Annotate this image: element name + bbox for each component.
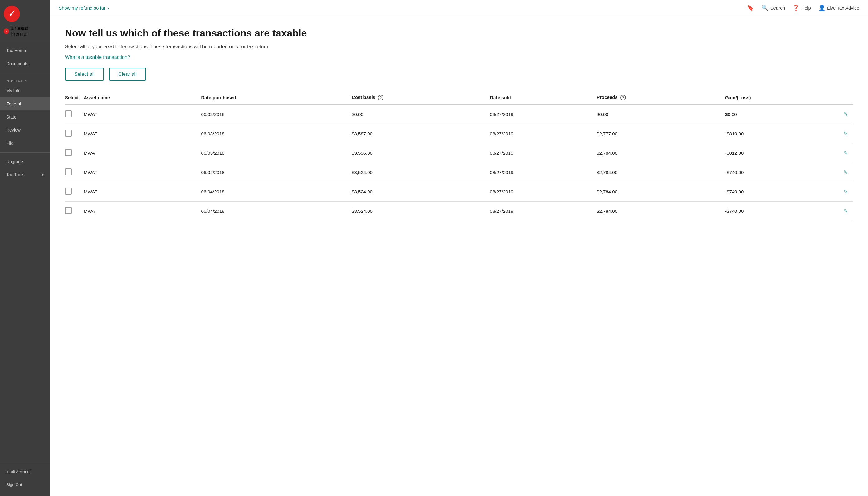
col-asset-name: Asset name [83, 91, 201, 105]
table-row: MWAT 06/04/2018 $3,524.00 08/27/2019 $2,… [65, 182, 853, 202]
bookmark-button[interactable]: 🔖 [747, 4, 754, 11]
brand-sub: Premier [10, 31, 28, 36]
row-date-purchased: 06/04/2018 [201, 202, 352, 221]
search-button[interactable]: 🔍 Search [761, 4, 785, 11]
row-date-sold: 08/27/2019 [490, 143, 596, 163]
col-select: Select [65, 91, 83, 105]
row-cost-basis: $3,524.00 [352, 163, 490, 182]
row-cost-basis: $3,587.00 [352, 124, 490, 143]
row-checkbox[interactable] [65, 130, 72, 137]
row-date-purchased: 06/03/2018 [201, 105, 352, 124]
row-proceeds: $2,784.00 [596, 143, 725, 163]
sidebar-item-review[interactable]: Review [0, 124, 50, 137]
table-row: MWAT 06/04/2018 $3,524.00 08/27/2019 $2,… [65, 202, 853, 221]
row-proceeds: $2,784.00 [596, 182, 725, 202]
row-gain-loss: -$740.00 [725, 182, 840, 202]
row-proceeds: $0.00 [596, 105, 725, 124]
sidebar-bottom: Intuit Account Sign Out [0, 460, 50, 496]
row-checkbox-cell [65, 202, 83, 221]
row-asset-name: MWAT [83, 124, 201, 143]
sidebar-section-label: 2019 TAXES [0, 76, 50, 84]
topbar-left: Show my refund so far › [59, 5, 109, 11]
row-checkbox-cell [65, 143, 83, 163]
live-tax-advice-button[interactable]: 👤 Live Tax Advice [818, 4, 859, 11]
table-row: MWAT 06/03/2018 $0.00 08/27/2019 $0.00 $… [65, 105, 853, 124]
col-gain-loss: Gain/(Loss) [725, 91, 840, 105]
row-checkbox[interactable] [65, 207, 72, 214]
refund-link[interactable]: Show my refund so far › [59, 5, 109, 11]
sidebar-item-my-info[interactable]: My Info [0, 84, 50, 97]
sidebar-item-intuit-account[interactable]: Intuit Account [0, 465, 50, 478]
row-date-sold: 08/27/2019 [490, 182, 596, 202]
row-checkbox[interactable] [65, 110, 72, 117]
row-checkbox-cell [65, 182, 83, 202]
row-proceeds: $2,784.00 [596, 202, 725, 221]
row-gain-loss: $0.00 [725, 105, 840, 124]
sidebar-nav: Tax Home Documents 2019 TAXES My Info Fe… [0, 42, 50, 460]
row-checkbox[interactable] [65, 168, 72, 175]
row-checkbox[interactable] [65, 188, 72, 195]
transactions-table: Select Asset name Date purchased Cost ba… [65, 91, 853, 221]
row-gain-loss: -$812.00 [725, 143, 840, 163]
check-icon: ✓ [4, 5, 20, 22]
search-icon: 🔍 [761, 4, 768, 11]
row-gain-loss: -$740.00 [725, 202, 840, 221]
edit-icon[interactable]: ✎ [843, 169, 848, 176]
row-cost-basis: $3,524.00 [352, 202, 490, 221]
row-checkbox[interactable] [65, 149, 72, 156]
row-gain-loss: -$810.00 [725, 124, 840, 143]
arrow-icon: › [107, 5, 109, 11]
sidebar-item-federal[interactable]: Federal [0, 97, 50, 110]
sidebar-item-file[interactable]: File [0, 137, 50, 150]
col-cost-basis: Cost basis ? [352, 91, 490, 105]
page-subtitle: Select all of your taxable transactions.… [65, 44, 853, 50]
row-date-sold: 08/27/2019 [490, 105, 596, 124]
chevron-down-icon: ▾ [42, 172, 44, 177]
clear-all-button[interactable]: Clear all [109, 68, 146, 81]
sidebar-item-state[interactable]: State [0, 110, 50, 124]
turbotax-logo: ✓ turbotax Premier [4, 26, 46, 37]
row-date-sold: 08/27/2019 [490, 202, 596, 221]
row-asset-name: MWAT [83, 202, 201, 221]
proceeds-info-icon[interactable]: ? [620, 95, 626, 100]
edit-icon[interactable]: ✎ [843, 150, 848, 156]
topbar-right: 🔖 🔍 Search ❓ Help 👤 Live Tax Advice [747, 4, 859, 11]
edit-icon[interactable]: ✎ [843, 131, 848, 137]
bookmark-icon: 🔖 [747, 4, 754, 11]
sidebar-divider [0, 73, 50, 73]
sidebar-item-tax-home[interactable]: Tax Home [0, 44, 50, 57]
row-date-purchased: 06/03/2018 [201, 124, 352, 143]
sidebar-item-upgrade[interactable]: Upgrade [0, 155, 50, 168]
sidebar-item-documents[interactable]: Documents [0, 57, 50, 70]
cost-basis-info-icon[interactable]: ? [378, 95, 384, 100]
row-asset-name: MWAT [83, 143, 201, 163]
main-content: Show my refund so far › 🔖 🔍 Search ❓ Hel… [50, 0, 868, 496]
row-date-sold: 08/27/2019 [490, 124, 596, 143]
btn-row: Select all Clear all [65, 68, 853, 81]
edit-icon[interactable]: ✎ [843, 189, 848, 195]
row-cost-basis: $3,596.00 [352, 143, 490, 163]
row-cost-basis: $3,524.00 [352, 182, 490, 202]
sidebar-logo-area: ✓ ✓ turbotax Premier [0, 0, 50, 42]
sidebar: ✓ ✓ turbotax Premier Tax Home Documents … [0, 0, 50, 496]
sidebar-divider-2 [0, 152, 50, 153]
edit-icon[interactable]: ✎ [843, 208, 848, 214]
row-asset-name: MWAT [83, 182, 201, 202]
help-icon: ❓ [792, 4, 800, 11]
page-body: Now tell us which of these transactions … [50, 16, 868, 496]
table-row: MWAT 06/03/2018 $3,587.00 08/27/2019 $2,… [65, 124, 853, 143]
sidebar-item-sign-out[interactable]: Sign Out [0, 478, 50, 491]
row-cost-basis: $0.00 [352, 105, 490, 124]
sidebar-item-tax-tools[interactable]: Tax Tools ▾ [0, 168, 50, 181]
select-all-button[interactable]: Select all [65, 68, 104, 81]
row-asset-name: MWAT [83, 105, 201, 124]
row-checkbox-cell [65, 105, 83, 124]
taxable-link[interactable]: What's a taxable transaction? [65, 55, 130, 60]
brand-name: turbotax [10, 26, 28, 31]
row-asset-name: MWAT [83, 163, 201, 182]
col-date-purchased: Date purchased [201, 91, 352, 105]
edit-icon[interactable]: ✎ [843, 111, 848, 118]
row-checkbox-cell [65, 163, 83, 182]
live-icon: 👤 [818, 4, 825, 11]
help-button[interactable]: ❓ Help [792, 4, 811, 11]
